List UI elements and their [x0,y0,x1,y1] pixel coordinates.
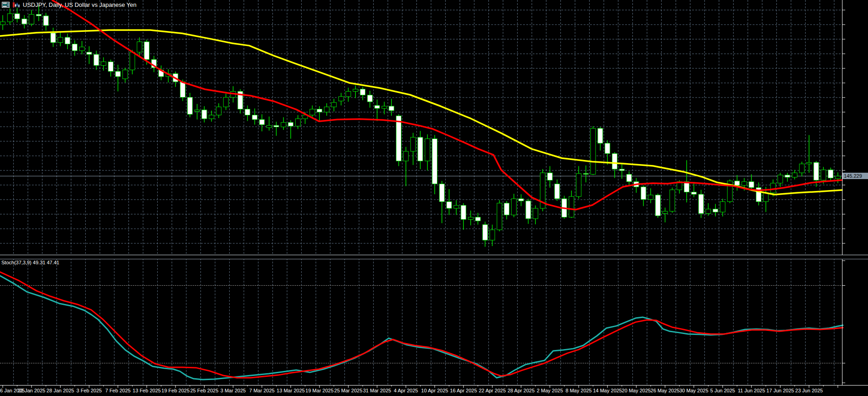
time-axis-label: 22 Jan 2025 [18,388,46,393]
time-axis-label: 23 Jun 2025 [795,388,823,393]
time-axis-label: 20 May 2025 [622,388,651,393]
time-axis-label: 22 Apr 2025 [479,388,506,393]
time-axis-label: 28 Apr 2025 [508,388,534,393]
time-axis-label: 25 Feb 2025 [190,388,219,393]
time-axis-label: 19 Mar 2025 [305,388,334,393]
time-axis-label: 28 Jan 2025 [46,388,74,393]
time-axis-label: 3 Feb 2025 [77,388,102,393]
time-axis-label: 7 Feb 2025 [105,388,131,393]
symbol-title: USDJPY, Daily, US Dollar vs Japanese Yen [23,1,137,8]
time-axis-label: 14 May 2025 [593,388,622,393]
time-axis-label: 25 Mar 2025 [334,388,363,393]
time-axis-label: 31 Mar 2025 [363,388,391,393]
price-chart[interactable] [0,0,868,396]
time-axis-label: 7 Mar 2025 [249,388,275,393]
time-axis-label: 2 May 2025 [537,388,563,393]
chart-list-icon [2,1,10,7]
indicator-label: Stoch(37,3,9) 49.31 47.41 [1,260,59,265]
chart-window: USDJPY, Daily, US Dollar vs Japanese Yen… [0,0,868,396]
time-axis[interactable]: 6 Jan 202522 Jan 202528 Jan 20253 Feb 20… [0,386,868,396]
current-price-label: 145.229 [842,173,868,179]
time-axis-label: 3 Mar 2025 [221,388,246,393]
time-axis-label: 10 Apr 2025 [421,388,448,393]
stoch-signal-line [0,272,843,378]
time-axis-label: 4 Apr 2025 [394,388,418,393]
candlestick-chart-icon [12,1,20,7]
time-axis-label: 30 May 2025 [679,388,709,393]
time-axis-label: 17 Jun 2025 [766,388,794,393]
pane-separator[interactable] [0,255,868,259]
time-axis-label: 13 Feb 2025 [133,388,161,393]
time-axis-label: 11 Jun 2025 [738,388,765,393]
price-axis[interactable]: 156.445155.460154.475153.490152.505151.5… [842,0,868,385]
time-axis-label: 5 Jun 2025 [710,388,735,393]
time-axis-label: 13 Mar 2025 [277,388,305,393]
time-axis-label: 16 Apr 2025 [450,388,477,393]
time-axis-label: 8 May 2025 [565,388,591,393]
time-axis-label: 26 May 2025 [651,388,680,393]
time-axis-label: 19 Feb 2025 [161,388,190,393]
stoch-main-line [0,276,843,380]
